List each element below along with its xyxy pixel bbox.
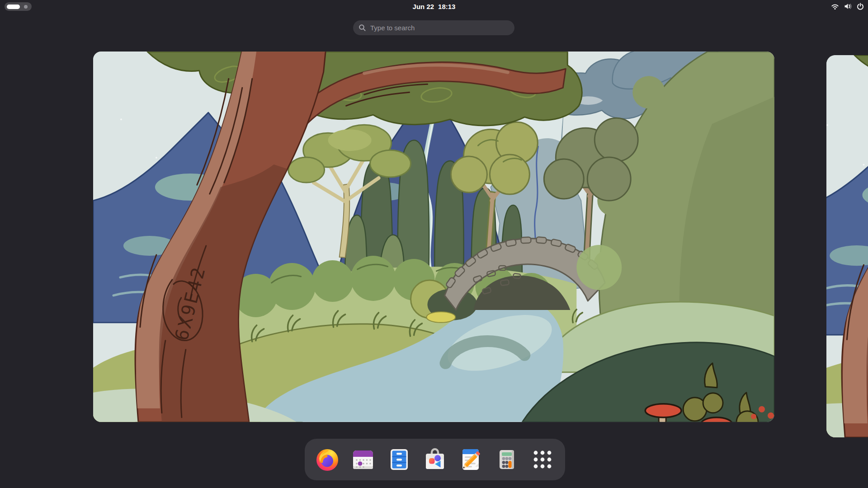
search-icon bbox=[359, 24, 366, 32]
clock-date: Jun 22 bbox=[413, 3, 434, 10]
clock-time: 18:13 bbox=[438, 3, 455, 10]
firefox-icon bbox=[315, 447, 340, 472]
clock-button[interactable]: Jun 22 18:13 bbox=[413, 0, 456, 13]
dash-dock bbox=[305, 439, 565, 480]
dock-item-firefox[interactable] bbox=[315, 447, 340, 472]
workspace-dot-active[interactable] bbox=[7, 5, 20, 9]
search-bar[interactable] bbox=[353, 20, 514, 35]
wallpaper-illustration-next bbox=[826, 55, 868, 437]
dock-item-text-editor[interactable] bbox=[458, 447, 483, 472]
workspace-dot-inactive[interactable] bbox=[24, 5, 28, 9]
calendar-icon bbox=[350, 447, 376, 472]
dock-item-app-grid[interactable] bbox=[530, 447, 555, 472]
text-editor-icon bbox=[458, 447, 483, 472]
top-bar: Jun 22 18:13 bbox=[0, 0, 868, 13]
wallpaper-illustration bbox=[93, 52, 774, 422]
wifi-icon[interactable] bbox=[831, 2, 839, 10]
search-input[interactable] bbox=[370, 24, 509, 32]
power-icon[interactable] bbox=[856, 2, 864, 10]
workspace-thumbnail-current[interactable] bbox=[93, 52, 774, 422]
app-grid-icon bbox=[530, 447, 555, 472]
files-icon bbox=[387, 447, 412, 472]
dock-item-calculator[interactable] bbox=[494, 447, 519, 472]
dock-item-files[interactable] bbox=[387, 447, 412, 472]
workspace-indicator[interactable] bbox=[5, 2, 32, 11]
volume-icon[interactable] bbox=[844, 2, 852, 10]
system-status-area[interactable] bbox=[831, 0, 864, 13]
workspace-thumbnail-next[interactable] bbox=[826, 55, 868, 437]
software-icon bbox=[422, 447, 448, 472]
dock-item-software[interactable] bbox=[422, 447, 448, 472]
dock-item-calendar[interactable] bbox=[350, 447, 376, 472]
calculator-icon bbox=[494, 447, 519, 472]
